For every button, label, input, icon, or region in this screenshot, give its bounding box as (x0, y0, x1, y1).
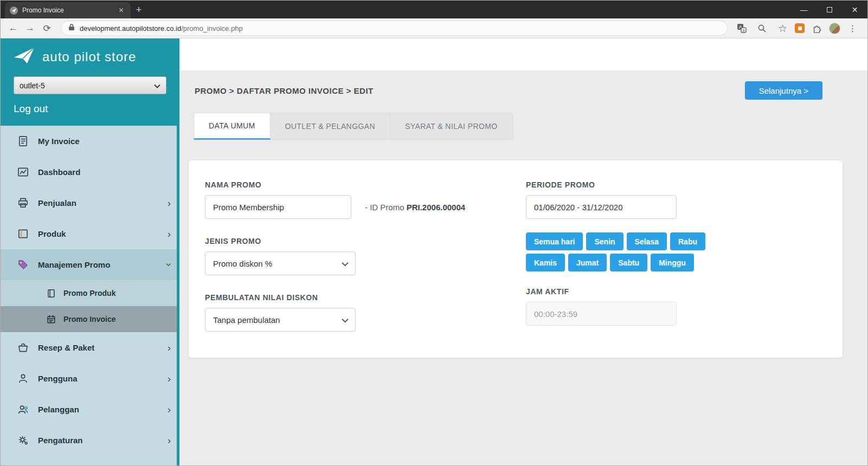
pembulatan-value: Tanpa pembulatan (213, 315, 280, 325)
address-bar[interactable]: development.autopilotstore.co.id/promo_i… (61, 21, 728, 36)
sidebar-item-label: Pengguna (38, 374, 78, 383)
next-button[interactable]: Selanjutnya > (745, 81, 822, 100)
periode-promo-input[interactable] (526, 195, 677, 219)
sidebar-item-label: Manajemen Promo (38, 260, 110, 269)
sidebar-item-pengguna[interactable]: Pengguna › (1, 363, 179, 394)
dashboard-chart-icon (17, 166, 29, 178)
nama-promo-label: NAMA PROMO (205, 180, 526, 189)
chevron-down-icon (154, 81, 160, 90)
periode-promo-label: PERIODE PROMO (526, 180, 826, 189)
sidebar-item-label: Dashboard (38, 167, 80, 177)
basket-icon (17, 341, 29, 354)
day-button-sabtu[interactable]: Sabtu (610, 254, 647, 271)
day-button-rabu[interactable]: Rabu (670, 232, 705, 250)
printer-icon (17, 197, 29, 209)
jenis-promo-value: Promo diskon % (213, 259, 272, 268)
day-button-minggu[interactable]: Minggu (651, 254, 694, 271)
maximize-button[interactable] (816, 1, 842, 18)
tab-syarat-nilai-promo[interactable]: SYARAT & NILAI PROMO (390, 113, 513, 140)
tab-outlet-pelanggan[interactable]: OUTLET & PELANGGAN (271, 113, 390, 140)
profile-avatar[interactable] (829, 23, 840, 34)
svg-text:a: a (742, 28, 744, 32)
toolbar-actions: Aa ☆ ⋮ (733, 20, 863, 37)
back-button[interactable]: ← (5, 20, 22, 37)
pinned-extension-icon[interactable] (795, 23, 805, 33)
chevron-right-icon: › (168, 373, 171, 384)
extensions-puzzle-icon[interactable] (808, 20, 825, 37)
product-box-icon (17, 228, 29, 240)
sidebar-item-label: My Invoice (38, 137, 80, 146)
bookmark-star-icon[interactable]: ☆ (774, 20, 791, 37)
jenis-promo-select[interactable]: Promo diskon % (205, 251, 356, 275)
day-button-jumat[interactable]: Jumat (568, 254, 607, 271)
active-days-group: Semua hari Senin Selasa Rabu Kamis Jumat… (526, 232, 826, 271)
minimize-button[interactable]: — (791, 1, 816, 18)
logout-link[interactable]: Log out (14, 103, 48, 115)
jenis-promo-label: JENIS PROMO (205, 237, 526, 245)
book-icon (46, 288, 56, 299)
tab-title: Promo Invoice (22, 7, 112, 14)
sidebar-item-pelanggan[interactable]: Pelanggan › (1, 394, 179, 425)
outlet-select[interactable]: outlet-5 (14, 76, 166, 94)
zoom-icon[interactable] (754, 20, 770, 37)
form-tabs: DATA UMUM OUTLET & PELANGGAN SYARAT & NI… (194, 113, 513, 140)
day-button-selasa[interactable]: Selasa (627, 232, 667, 250)
brand-name: auto pilot store (42, 49, 136, 64)
outlet-select-value: outlet-5 (20, 81, 45, 90)
user-icon (17, 372, 29, 385)
sidebar-item-promo-invoice[interactable]: Promo Invoice (1, 306, 179, 332)
promo-tag-icon (17, 258, 29, 271)
pembulatan-label: PEMBULATAN NILAI DISKON (205, 293, 526, 302)
breadcrumb: PROMO > DAFTAR PROMO INVOICE > EDIT (195, 86, 374, 95)
sidebar-item-my-invoice[interactable]: My Invoice (1, 126, 179, 157)
sidebar-item-label: Pengaturan (38, 436, 83, 445)
invoice-icon (17, 135, 29, 147)
sidebar-item-label: Penjualan (38, 198, 76, 208)
day-button-semua-hari[interactable]: Semua hari (526, 232, 583, 250)
day-button-kamis[interactable]: Kamis (526, 254, 565, 271)
sidebar-header: auto pilot store outlet-5 Log out (1, 38, 179, 126)
tab-data-umum[interactable]: DATA UMUM (194, 113, 271, 140)
browser-toolbar: ← → ⟳ development.autopilotstore.co.id/p… (1, 18, 867, 38)
tab-close-icon[interactable]: ✕ (117, 6, 126, 15)
sidebar-item-manajemen-promo[interactable]: Manajemen Promo › (1, 249, 179, 280)
forward-button[interactable]: → (22, 20, 38, 37)
chevron-right-icon: › (168, 342, 171, 353)
menu-kebab-icon[interactable]: ⋮ (844, 20, 861, 37)
site-favicon-icon (10, 7, 18, 15)
close-button[interactable]: ✕ (842, 1, 867, 18)
chevron-expanded-icon: › (164, 263, 174, 266)
sidebar-item-label: Promo Produk (63, 289, 115, 297)
id-promo-text: - ID Promo PRI.2006.00004 (365, 203, 465, 212)
window-controls: — ✕ (791, 1, 867, 18)
sidebar: auto pilot store outlet-5 Log out My Inv… (1, 38, 179, 465)
sidebar-item-produk[interactable]: Produk › (1, 218, 179, 249)
chevron-right-icon: › (168, 435, 171, 445)
sidebar-item-resep-paket[interactable]: Resep & Paket › (1, 332, 179, 363)
jam-aktif-input[interactable] (526, 302, 677, 326)
day-button-senin[interactable]: Senin (586, 232, 623, 250)
sidebar-item-label: Resep & Paket (38, 343, 94, 352)
page-header-bar (179, 38, 867, 70)
lock-icon (68, 23, 75, 33)
calendar-invoice-icon (46, 314, 56, 325)
sidebar-item-label: Pelanggan (38, 405, 79, 414)
browser-tab[interactable]: Promo Invoice ✕ (5, 2, 131, 18)
jam-aktif-label: JAM AKTIF (526, 287, 826, 296)
new-tab-button[interactable]: + (131, 2, 147, 18)
pembulatan-select[interactable]: Tanpa pembulatan (205, 308, 356, 332)
chevron-right-icon: › (168, 404, 171, 415)
brand-logo-icon (14, 47, 35, 67)
chevron-right-icon: › (168, 198, 171, 208)
form-left-column: NAMA PROMO - ID Promo PRI.2006.00004 JEN… (205, 180, 526, 332)
url-text: development.autopilotstore.co.id/promo_i… (80, 24, 243, 33)
sidebar-item-dashboard[interactable]: Dashboard (1, 157, 179, 187)
sidebar-item-penjualan[interactable]: Penjualan › (1, 187, 179, 218)
refresh-button[interactable]: ⟳ (38, 20, 55, 37)
sidebar-item-pengaturan[interactable]: Pengaturan › (1, 425, 179, 456)
main-content: PROMO > DAFTAR PROMO INVOICE > EDIT Sela… (179, 38, 867, 465)
nama-promo-input[interactable] (205, 195, 351, 219)
chevron-down-icon (342, 315, 349, 325)
sidebar-item-promo-produk[interactable]: Promo Produk (1, 280, 179, 306)
translate-icon[interactable]: Aa (733, 20, 750, 37)
